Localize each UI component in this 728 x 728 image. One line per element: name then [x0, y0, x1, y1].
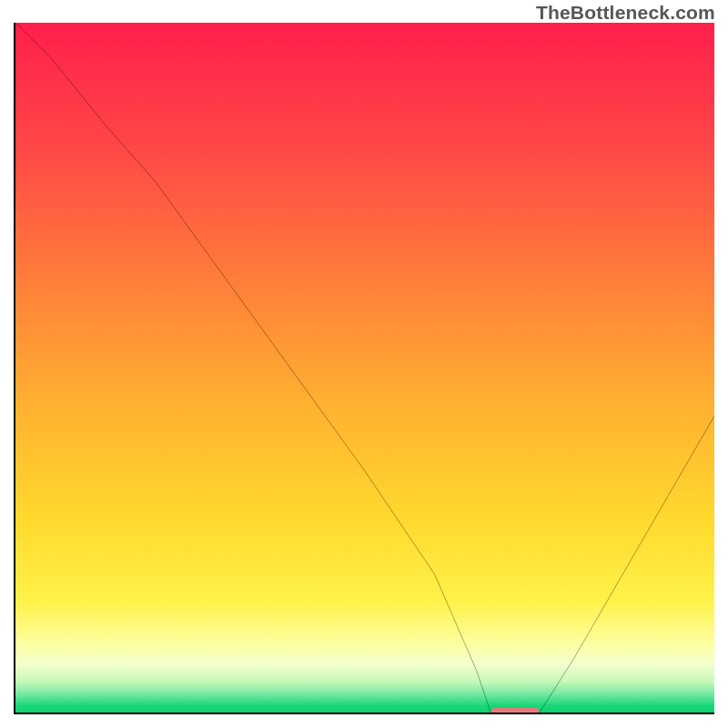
watermark-text: TheBottleneck.com	[536, 2, 715, 24]
heat-gradient-background	[15, 23, 714, 713]
plot-area	[14, 23, 714, 714]
chart-container: TheBottleneck.com	[0, 0, 728, 728]
